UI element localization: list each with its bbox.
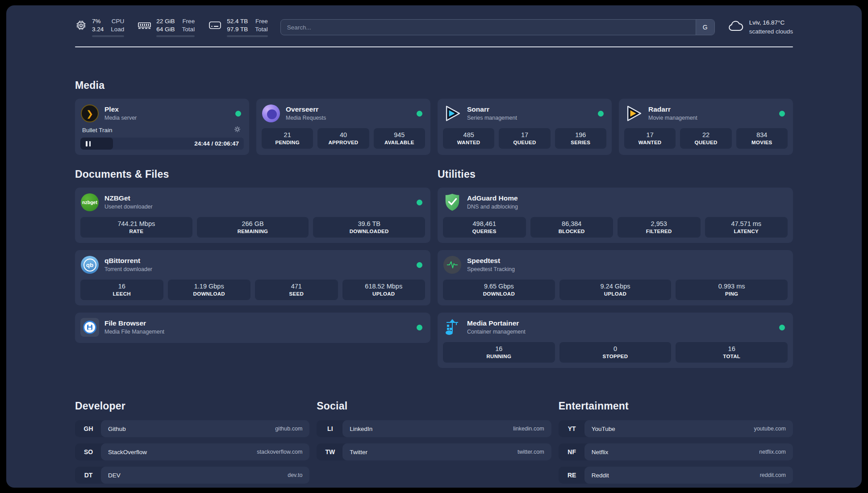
disk-icon: [208, 19, 222, 33]
service-subtitle: Torrent downloader: [104, 266, 152, 273]
overseerr-icon: [262, 104, 280, 123]
bookmark-name: DEV: [108, 472, 121, 479]
weather-location-temp: Lviv, 16.87°C: [749, 18, 793, 27]
memory-total-label: Total: [182, 25, 195, 33]
cloud-icon: [727, 20, 743, 35]
stat-box: 266 GB REMAINING: [197, 217, 309, 238]
service-subtitle: Media Requests: [286, 114, 326, 122]
bookmark-name: Github: [108, 426, 126, 432]
bookmark-github[interactable]: GH Github github.com: [75, 420, 309, 437]
stat-box: 16 RUNNING: [443, 342, 555, 363]
stat-box: 0 STOPPED: [559, 342, 672, 363]
sonarr-icon: [443, 104, 462, 123]
playback-time: 24:44 / 02:06:47: [194, 140, 244, 147]
stat-box: 39.6 TB DOWNLOADED: [313, 217, 425, 238]
service-title: qBittorrent: [104, 256, 152, 266]
disk-resource-widget: 52.4 TB 97.9 TB Free Total: [208, 17, 268, 37]
disk-progress-bar: [227, 35, 268, 37]
service-title: Overseerr: [286, 105, 326, 114]
speedtest-icon: [443, 255, 462, 274]
stat-box: 47.571 ms LATENCY: [705, 217, 788, 238]
bookmark-name: LinkedIn: [350, 426, 372, 432]
adguard-icon: [443, 193, 462, 212]
cpu-load-label: Load: [111, 25, 124, 33]
bookmark-url: reddit.com: [760, 472, 786, 478]
bookmark-twitter[interactable]: TW Twitter twitter.com: [317, 443, 551, 460]
disk-total-value: 97.9 TB: [227, 25, 248, 33]
nzbget-card[interactable]: nzbget NZBGet Usenet downloader 744.21 M…: [75, 188, 430, 243]
dashboard-panel: 7% 3.24 CPU Load: [6, 5, 862, 488]
memory-total-value: 64 GiB: [156, 25, 175, 33]
cpu-resource-widget: 7% 3.24 CPU Load: [75, 17, 124, 37]
stat-box: 21 PENDING: [262, 128, 313, 149]
bookmark-youtube[interactable]: YT YouTube youtube.com: [559, 420, 793, 437]
service-subtitle: Series management: [467, 114, 517, 122]
radarr-icon: [624, 104, 643, 123]
social-heading: Social: [317, 400, 551, 412]
bookmark-url: twitter.com: [517, 449, 544, 455]
stat-box: 945 AVAILABLE: [374, 128, 425, 149]
stat-box: 744.21 Mbps RATE: [80, 217, 192, 238]
bookmark-url: stackoverflow.com: [257, 449, 302, 455]
memory-progress-bar: [156, 35, 195, 37]
portainer-icon: [443, 318, 462, 337]
service-title: NZBGet: [104, 194, 153, 203]
bookmark-linkedin[interactable]: LI LinkedIn linkedin.com: [317, 420, 551, 437]
status-dot: [417, 111, 422, 117]
stat-box: 471 SEED: [255, 280, 338, 300]
stat-box: 17 WANTED: [624, 128, 676, 149]
service-subtitle: Movie management: [648, 114, 697, 122]
stat-box: 22 QUEUED: [680, 128, 731, 149]
cpu-usage-label: CPU: [111, 17, 124, 25]
bookmark-url: netflix.com: [759, 449, 786, 455]
resource-widgets: 7% 3.24 CPU Load: [75, 17, 268, 37]
overseerr-card[interactable]: Overseerr Media Requests 21 PENDING 40 A…: [256, 99, 430, 155]
service-title: AdGuard Home: [467, 194, 518, 203]
media-section-heading: Media: [75, 79, 793, 92]
plex-icon: ❯: [80, 104, 99, 123]
plex-card[interactable]: ❯ Plex Media server Bullet Train: [75, 99, 249, 155]
sonarr-card[interactable]: Sonarr Series management 485 WANTED 17 Q…: [438, 99, 612, 155]
cpu-usage-value: 7%: [92, 17, 104, 25]
status-dot: [417, 262, 422, 268]
cpu-load-value: 3.24: [92, 25, 104, 33]
service-title: Radarr: [648, 105, 697, 114]
memory-icon: [138, 19, 151, 33]
entertainment-heading: Entertainment: [559, 400, 793, 412]
bookmark-stackoverflow[interactable]: SO StackOverflow stackoverflow.com: [75, 443, 309, 460]
filebrowser-card[interactable]: File Browser Media File Management: [75, 313, 430, 343]
search-provider-button[interactable]: G: [696, 20, 714, 35]
memory-free-label: Free: [182, 17, 195, 25]
bookmark-netflix[interactable]: NF Netflix netflix.com: [559, 443, 793, 460]
gear-icon[interactable]: [234, 125, 241, 134]
adguard-card[interactable]: AdGuard Home DNS and adblocking 498,461 …: [438, 188, 793, 243]
stat-box: 0.993 ms PING: [676, 280, 788, 300]
bookmark-dev[interactable]: DT DEV dev.to: [75, 467, 309, 484]
bookmark-reddit[interactable]: RE Reddit reddit.com: [559, 467, 793, 484]
search-input[interactable]: [281, 20, 696, 35]
stat-box: 834 MOVIES: [736, 128, 788, 149]
qbittorrent-card[interactable]: qb qBittorrent Torrent downloader 16 LEE…: [75, 250, 430, 305]
radarr-card[interactable]: Radarr Movie management 17 WANTED 22 QUE…: [619, 99, 793, 155]
service-subtitle: Media server: [104, 114, 137, 122]
service-title: Media Portainer: [467, 319, 526, 328]
service-subtitle: DNS and adblocking: [467, 203, 518, 211]
nzbget-icon: nzbget: [80, 193, 99, 212]
cpu-icon: [75, 19, 87, 33]
pause-icon[interactable]: [86, 141, 91, 146]
documents-section: Documents & Files nzbget NZBGet Usenet d…: [75, 168, 430, 375]
utilities-section: Utilities AdGuard Home: [438, 168, 793, 375]
status-dot: [417, 200, 422, 205]
media-section: Media ❯ Plex Media server Bullet Train: [75, 79, 793, 155]
bookmark-url: github.com: [275, 426, 302, 432]
service-subtitle: Usenet downloader: [104, 203, 153, 211]
speedtest-card[interactable]: Speedtest Speedtest Tracking 9.65 Gbps D…: [438, 250, 793, 305]
stat-box: 618.52 Mbps UPLOAD: [342, 280, 426, 300]
service-subtitle: Container management: [467, 328, 526, 336]
developer-bookmarks: Developer GH Github github.com SO StackO…: [75, 400, 309, 488]
filebrowser-icon: [80, 318, 99, 337]
cpu-progress-bar: [92, 35, 124, 37]
bookmark-name: YouTube: [592, 426, 615, 432]
stat-box: 485 WANTED: [443, 128, 494, 149]
portainer-card[interactable]: Media Portainer Container management 16 …: [438, 313, 793, 368]
